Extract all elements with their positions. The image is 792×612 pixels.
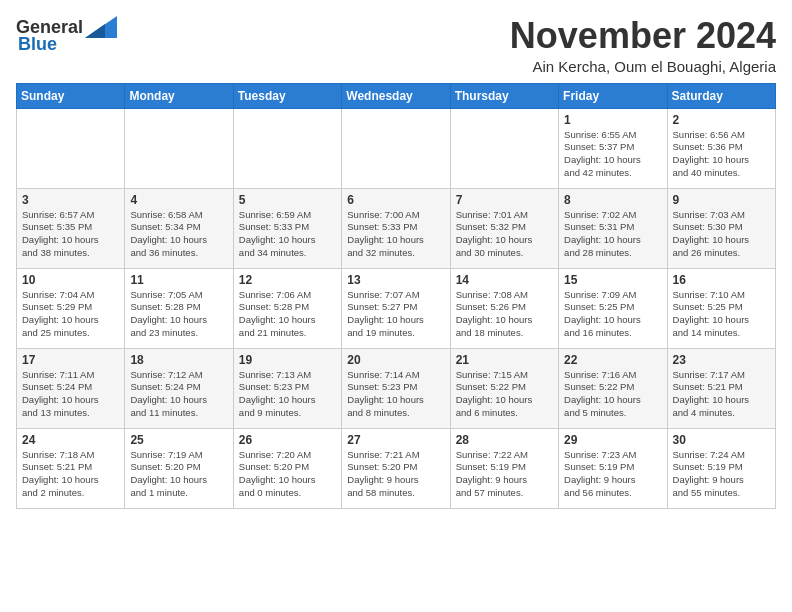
calendar-cell: 23Sunrise: 7:17 AM Sunset: 5:21 PM Dayli… [667,348,775,428]
calendar-cell: 26Sunrise: 7:20 AM Sunset: 5:20 PM Dayli… [233,428,341,508]
calendar-cell: 30Sunrise: 7:24 AM Sunset: 5:19 PM Dayli… [667,428,775,508]
day-number: 4 [130,193,227,207]
calendar-cell: 19Sunrise: 7:13 AM Sunset: 5:23 PM Dayli… [233,348,341,428]
calendar-cell: 14Sunrise: 7:08 AM Sunset: 5:26 PM Dayli… [450,268,558,348]
day-number: 18 [130,353,227,367]
day-info: Sunrise: 7:21 AM Sunset: 5:20 PM Dayligh… [347,449,444,500]
day-number: 17 [22,353,119,367]
day-number: 9 [673,193,770,207]
day-number: 22 [564,353,661,367]
day-number: 30 [673,433,770,447]
day-number: 3 [22,193,119,207]
day-info: Sunrise: 7:06 AM Sunset: 5:28 PM Dayligh… [239,289,336,340]
day-number: 29 [564,433,661,447]
page-header: General Blue November 2024 Ain Kercha, O… [16,16,776,75]
day-number: 6 [347,193,444,207]
calendar-table: SundayMondayTuesdayWednesdayThursdayFrid… [16,83,776,509]
day-info: Sunrise: 6:55 AM Sunset: 5:37 PM Dayligh… [564,129,661,180]
weekday-header-wednesday: Wednesday [342,83,450,108]
day-number: 25 [130,433,227,447]
logo-blue: Blue [18,34,57,55]
calendar-cell: 4Sunrise: 6:58 AM Sunset: 5:34 PM Daylig… [125,188,233,268]
day-number: 28 [456,433,553,447]
day-info: Sunrise: 7:07 AM Sunset: 5:27 PM Dayligh… [347,289,444,340]
day-info: Sunrise: 7:01 AM Sunset: 5:32 PM Dayligh… [456,209,553,260]
day-number: 19 [239,353,336,367]
weekday-header-sunday: Sunday [17,83,125,108]
calendar-cell: 10Sunrise: 7:04 AM Sunset: 5:29 PM Dayli… [17,268,125,348]
weekday-header-tuesday: Tuesday [233,83,341,108]
day-info: Sunrise: 7:08 AM Sunset: 5:26 PM Dayligh… [456,289,553,340]
weekday-header-monday: Monday [125,83,233,108]
day-info: Sunrise: 7:00 AM Sunset: 5:33 PM Dayligh… [347,209,444,260]
day-number: 23 [673,353,770,367]
day-info: Sunrise: 7:18 AM Sunset: 5:21 PM Dayligh… [22,449,119,500]
calendar-cell: 11Sunrise: 7:05 AM Sunset: 5:28 PM Dayli… [125,268,233,348]
day-number: 27 [347,433,444,447]
calendar-cell [450,108,558,188]
calendar-cell: 3Sunrise: 6:57 AM Sunset: 5:35 PM Daylig… [17,188,125,268]
calendar-cell: 1Sunrise: 6:55 AM Sunset: 5:37 PM Daylig… [559,108,667,188]
day-info: Sunrise: 7:16 AM Sunset: 5:22 PM Dayligh… [564,369,661,420]
week-row-1: 1Sunrise: 6:55 AM Sunset: 5:37 PM Daylig… [17,108,776,188]
day-info: Sunrise: 7:09 AM Sunset: 5:25 PM Dayligh… [564,289,661,340]
day-number: 2 [673,113,770,127]
day-info: Sunrise: 7:02 AM Sunset: 5:31 PM Dayligh… [564,209,661,260]
day-number: 26 [239,433,336,447]
calendar-cell: 7Sunrise: 7:01 AM Sunset: 5:32 PM Daylig… [450,188,558,268]
day-number: 8 [564,193,661,207]
calendar-cell: 22Sunrise: 7:16 AM Sunset: 5:22 PM Dayli… [559,348,667,428]
week-row-2: 3Sunrise: 6:57 AM Sunset: 5:35 PM Daylig… [17,188,776,268]
day-info: Sunrise: 7:14 AM Sunset: 5:23 PM Dayligh… [347,369,444,420]
day-info: Sunrise: 6:58 AM Sunset: 5:34 PM Dayligh… [130,209,227,260]
calendar-cell: 17Sunrise: 7:11 AM Sunset: 5:24 PM Dayli… [17,348,125,428]
day-number: 15 [564,273,661,287]
calendar-cell: 5Sunrise: 6:59 AM Sunset: 5:33 PM Daylig… [233,188,341,268]
day-info: Sunrise: 6:56 AM Sunset: 5:36 PM Dayligh… [673,129,770,180]
day-number: 20 [347,353,444,367]
day-info: Sunrise: 7:22 AM Sunset: 5:19 PM Dayligh… [456,449,553,500]
svg-marker-1 [85,24,105,38]
day-info: Sunrise: 7:15 AM Sunset: 5:22 PM Dayligh… [456,369,553,420]
calendar-cell [233,108,341,188]
calendar-cell: 8Sunrise: 7:02 AM Sunset: 5:31 PM Daylig… [559,188,667,268]
title-block: November 2024 Ain Kercha, Oum el Bouaghi… [510,16,776,75]
day-info: Sunrise: 7:23 AM Sunset: 5:19 PM Dayligh… [564,449,661,500]
location-title: Ain Kercha, Oum el Bouaghi, Algeria [510,58,776,75]
day-number: 11 [130,273,227,287]
weekday-header-saturday: Saturday [667,83,775,108]
weekday-header-row: SundayMondayTuesdayWednesdayThursdayFrid… [17,83,776,108]
calendar-cell: 20Sunrise: 7:14 AM Sunset: 5:23 PM Dayli… [342,348,450,428]
calendar-cell: 27Sunrise: 7:21 AM Sunset: 5:20 PM Dayli… [342,428,450,508]
day-number: 12 [239,273,336,287]
day-info: Sunrise: 7:20 AM Sunset: 5:20 PM Dayligh… [239,449,336,500]
logo: General Blue [16,16,117,55]
calendar-cell: 16Sunrise: 7:10 AM Sunset: 5:25 PM Dayli… [667,268,775,348]
calendar-cell: 25Sunrise: 7:19 AM Sunset: 5:20 PM Dayli… [125,428,233,508]
day-number: 16 [673,273,770,287]
calendar-cell [125,108,233,188]
day-info: Sunrise: 7:04 AM Sunset: 5:29 PM Dayligh… [22,289,119,340]
calendar-cell [17,108,125,188]
day-info: Sunrise: 7:13 AM Sunset: 5:23 PM Dayligh… [239,369,336,420]
calendar-cell: 24Sunrise: 7:18 AM Sunset: 5:21 PM Dayli… [17,428,125,508]
day-number: 7 [456,193,553,207]
day-info: Sunrise: 7:11 AM Sunset: 5:24 PM Dayligh… [22,369,119,420]
day-info: Sunrise: 7:19 AM Sunset: 5:20 PM Dayligh… [130,449,227,500]
week-row-4: 17Sunrise: 7:11 AM Sunset: 5:24 PM Dayli… [17,348,776,428]
day-number: 13 [347,273,444,287]
day-info: Sunrise: 7:24 AM Sunset: 5:19 PM Dayligh… [673,449,770,500]
day-info: Sunrise: 6:57 AM Sunset: 5:35 PM Dayligh… [22,209,119,260]
month-title: November 2024 [510,16,776,56]
calendar-cell: 9Sunrise: 7:03 AM Sunset: 5:30 PM Daylig… [667,188,775,268]
day-info: Sunrise: 7:12 AM Sunset: 5:24 PM Dayligh… [130,369,227,420]
day-number: 24 [22,433,119,447]
day-number: 14 [456,273,553,287]
calendar-cell: 18Sunrise: 7:12 AM Sunset: 5:24 PM Dayli… [125,348,233,428]
calendar-cell [342,108,450,188]
day-info: Sunrise: 6:59 AM Sunset: 5:33 PM Dayligh… [239,209,336,260]
calendar-cell: 28Sunrise: 7:22 AM Sunset: 5:19 PM Dayli… [450,428,558,508]
day-info: Sunrise: 7:05 AM Sunset: 5:28 PM Dayligh… [130,289,227,340]
weekday-header-friday: Friday [559,83,667,108]
week-row-3: 10Sunrise: 7:04 AM Sunset: 5:29 PM Dayli… [17,268,776,348]
